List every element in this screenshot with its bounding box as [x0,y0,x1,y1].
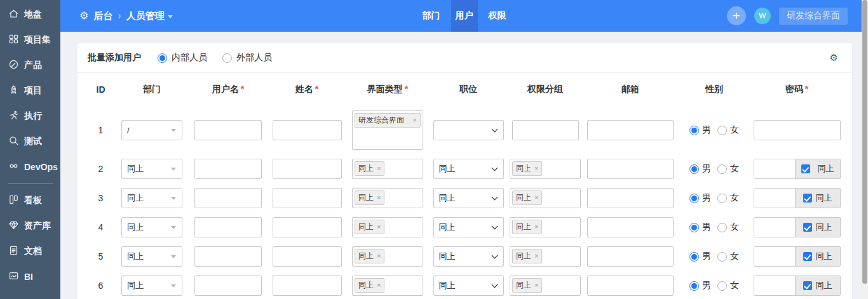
realname-input[interactable] [273,120,342,140]
email-input[interactable] [587,217,674,237]
email-input[interactable] [587,276,674,296]
remove-tag-icon[interactable]: × [377,193,381,203]
department-select[interactable]: 同上 [121,159,182,179]
interface-type-multiselect[interactable]: 同上× [352,159,423,179]
email-input[interactable] [587,120,674,140]
sidebar-item-execution[interactable]: 执行 [0,103,60,129]
radio-female[interactable]: 女 [717,251,739,262]
tab-privilege[interactable]: 权限 [484,0,511,32]
sidebar-item-test[interactable]: 测试 [0,129,60,154]
realname-input[interactable] [273,188,342,208]
password-same-toggle[interactable]: 同上 [795,247,840,266]
tab-user[interactable]: 用户 [451,0,478,32]
email-input[interactable] [587,188,674,208]
position-select[interactable] [433,120,504,140]
radio-male[interactable]: 男 [689,280,711,291]
username-input[interactable] [194,120,262,140]
sidebar-item-assets[interactable]: 资产库 [0,213,60,239]
department-select[interactable]: 同上 [121,276,182,296]
privilege-group-multiselect[interactable]: 同上× [510,159,581,179]
radio-male[interactable]: 男 [689,251,711,262]
sidebar-item-kanban[interactable]: 看板 [0,188,60,213]
username-input[interactable] [194,159,262,179]
department-select[interactable]: 同上 [121,217,182,237]
remove-tag-icon[interactable]: × [534,281,538,290]
position-select[interactable]: 同上 [433,276,504,296]
remove-tag-icon[interactable]: × [534,222,538,232]
password-input[interactable] [754,276,795,295]
interface-type-multiselect[interactable]: 同上× [352,276,423,296]
position-select[interactable]: 同上 [433,188,504,208]
privilege-group-multiselect[interactable]: 同上× [510,246,581,267]
tab-department[interactable]: 部门 [418,0,445,32]
password-same-toggle[interactable]: 同上 [795,218,840,237]
sidebar-item-project-set[interactable]: 项目集 [0,27,60,53]
radio-male[interactable]: 男 [689,124,711,136]
breadcrumb-root[interactable]: 后台 [93,10,112,22]
department-select[interactable]: 同上 [121,246,182,267]
password-same-toggle[interactable]: 同上 [795,276,840,295]
sidebar-item-dashboard[interactable]: 地盘 [0,2,60,27]
position-select[interactable]: 同上 [433,246,504,267]
remove-tag-icon[interactable]: × [534,251,538,261]
radio-female[interactable]: 女 [717,124,739,136]
realname-input[interactable] [273,217,342,237]
password-input[interactable] [754,120,841,140]
interface-type-multiselect[interactable]: 同上× [352,246,423,267]
radio-male[interactable]: 男 [689,163,711,175]
password-same-toggle[interactable]: 同上 [795,189,840,208]
department-select[interactable]: / [121,120,182,140]
remove-tag-icon[interactable]: × [534,164,538,173]
username-input[interactable] [194,246,262,267]
privilege-group-multiselect[interactable]: 同上× [510,276,581,296]
email-input[interactable] [587,159,674,179]
password-same-toggle[interactable]: 同上 [795,159,840,178]
remove-tag-icon[interactable]: × [413,116,417,125]
username-input[interactable] [194,188,262,208]
radio-male[interactable]: 男 [689,192,711,204]
password-input[interactable] [754,218,795,237]
radio-female[interactable]: 女 [717,192,739,204]
radio-male[interactable]: 男 [689,222,711,233]
sidebar-item-doc[interactable]: 文档 [0,239,60,264]
realname-input[interactable] [273,159,342,179]
realname-input[interactable] [273,276,342,296]
password-input[interactable] [754,159,795,178]
breadcrumb-current[interactable]: 人员管理 [126,10,173,22]
vision-switch-button[interactable]: 研发综合界面 [779,8,848,25]
sidebar-item-project[interactable]: 项目 [0,78,60,103]
radio-internal-user[interactable]: 内部人员 [158,52,207,63]
password-input[interactable] [754,189,795,208]
position-select[interactable]: 同上 [433,217,504,237]
privilege-group-multiselect[interactable]: 同上× [510,188,581,208]
radio-female[interactable]: 女 [717,163,739,175]
remove-tag-icon[interactable]: × [534,193,538,203]
privilege-group-multiselect[interactable]: 同上× [510,217,581,237]
remove-tag-icon[interactable]: × [377,281,381,290]
remove-tag-icon[interactable]: × [377,222,381,232]
sidebar-item-bi[interactable]: BI [0,264,60,289]
realname-input[interactable] [273,246,342,267]
interface-type-multiselect[interactable]: 研发综合界面 × [352,110,423,150]
vertical-scrollbar[interactable] [862,0,868,299]
radio-external-user[interactable]: 外部人员 [222,52,272,63]
email-input[interactable] [587,246,674,267]
password-input[interactable] [754,247,795,266]
department-select[interactable]: 同上 [121,188,182,208]
interface-type-multiselect[interactable]: 同上× [352,217,423,237]
remove-tag-icon[interactable]: × [377,164,381,173]
remove-tag-icon[interactable]: × [377,251,381,261]
panel-settings-gear-icon[interactable]: ⚙ [830,52,838,63]
interface-type-multiselect[interactable]: 同上× [352,188,423,208]
username-input[interactable] [194,217,262,237]
privilege-group-input[interactable] [512,120,579,140]
position-select[interactable]: 同上 [433,159,504,179]
scrollbar-thumb[interactable] [862,0,867,284]
sidebar-item-product[interactable]: 产品 [0,53,60,78]
avatar[interactable]: W [754,8,771,24]
add-button[interactable]: + [727,6,746,25]
username-input[interactable] [194,276,262,296]
sidebar-item-devops[interactable]: DevOps [0,154,60,180]
radio-female[interactable]: 女 [717,280,739,291]
radio-female[interactable]: 女 [717,222,739,233]
